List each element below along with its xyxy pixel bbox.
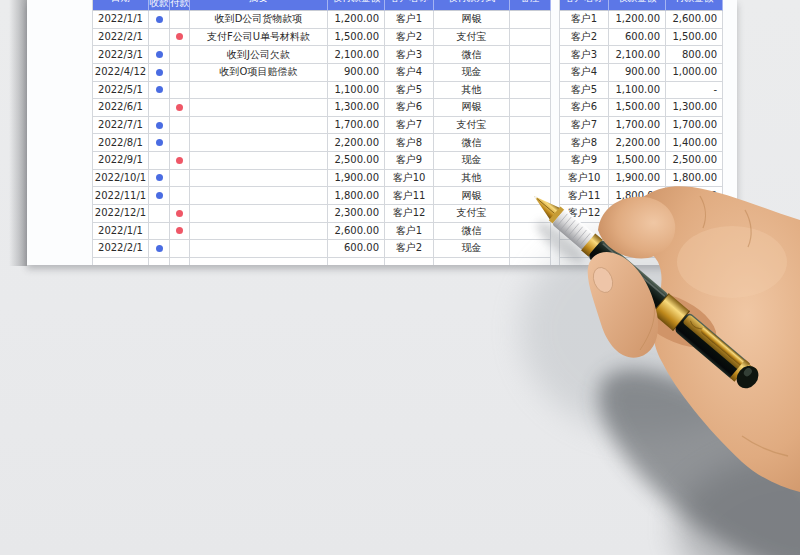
amount-cell[interactable]: 600.00 — [328, 240, 385, 258]
payment-total-cell[interactable]: 2,600.00 — [666, 11, 723, 29]
customer-cell[interactable]: 客户6 — [560, 99, 609, 117]
empty-cell[interactable] — [510, 258, 551, 265]
date-cell[interactable]: 2022/3/1 — [93, 46, 149, 64]
payment-total-cell[interactable] — [666, 205, 723, 223]
date-cell[interactable]: 2022/2/1 — [93, 240, 149, 258]
payment-cell[interactable] — [170, 29, 190, 47]
receipt-total-cell[interactable]: 900.00 — [609, 64, 666, 82]
amount-cell[interactable]: 1,100.00 — [328, 82, 385, 100]
summary-cell[interactable] — [190, 187, 328, 205]
date-cell[interactable]: 2022/8/1 — [93, 134, 149, 152]
empty-cell[interactable] — [609, 240, 666, 258]
summary-cell[interactable] — [190, 223, 328, 241]
customer-cell[interactable]: 客户11 — [385, 187, 434, 205]
amount-cell[interactable]: 1,200.00 — [328, 11, 385, 29]
receipt-total-cell[interactable]: 600.00 — [609, 29, 666, 47]
receipt-total-cell[interactable]: 1,200.00 — [609, 11, 666, 29]
payment-total-cell[interactable]: 2,000.00 — [666, 187, 723, 205]
header-payment-total[interactable]: 付款金额 — [666, 0, 723, 11]
date-cell[interactable]: 2022/9/1 — [93, 152, 149, 170]
receipt-total-cell[interactable]: 1,700.00 — [609, 117, 666, 135]
summary-cell[interactable]: 支付F公司U单号材料款 — [190, 29, 328, 47]
date-cell[interactable]: 2022/11/1 — [93, 187, 149, 205]
receipt-total-cell[interactable]: 1,500.00 — [609, 99, 666, 117]
header-receipt-total[interactable]: 收款金额 — [609, 0, 666, 11]
header-receipt[interactable]: 收款 — [149, 0, 170, 11]
customer-cell[interactable]: 客户1 — [385, 223, 434, 241]
receipt-cell[interactable] — [149, 11, 170, 29]
date-cell[interactable]: 2022/10/1 — [93, 170, 149, 188]
payment-cell[interactable] — [170, 82, 190, 100]
customer-cell[interactable]: 客户3 — [560, 46, 609, 64]
payment-total-cell[interactable]: 800.00 — [666, 46, 723, 64]
method-cell[interactable]: 微信 — [434, 46, 510, 64]
customer-cell[interactable]: 客户3 — [385, 46, 434, 64]
header-note[interactable]: 备注 — [510, 0, 551, 11]
receipt-cell[interactable] — [149, 205, 170, 223]
customer-cell[interactable]: 客户5 — [385, 82, 434, 100]
note-cell[interactable] — [510, 187, 551, 205]
customer-cell[interactable]: 客户10 — [560, 170, 609, 188]
customer-cell[interactable]: 客户4 — [385, 64, 434, 82]
payment-total-cell[interactable]: 1,400.00 — [666, 134, 723, 152]
empty-cell[interactable] — [666, 223, 723, 241]
receipt-total-cell[interactable]: 1,500.00 — [609, 152, 666, 170]
note-cell[interactable] — [510, 117, 551, 135]
header-summary-customer[interactable]: 客户名称 — [560, 0, 609, 11]
amount-cell[interactable]: 1,500.00 — [328, 29, 385, 47]
date-cell[interactable]: 2022/6/1 — [93, 99, 149, 117]
header-amount[interactable]: 收付款金额 — [328, 0, 385, 11]
payment-cell[interactable] — [170, 187, 190, 205]
customer-cell[interactable]: 客户1 — [385, 11, 434, 29]
receipt-total-cell[interactable]: 2,200.00 — [609, 134, 666, 152]
payment-cell[interactable] — [170, 64, 190, 82]
payment-cell[interactable] — [170, 99, 190, 117]
header-method[interactable]: 收付款方式 — [434, 0, 510, 11]
summary-cell[interactable] — [190, 99, 328, 117]
receipt-cell[interactable] — [149, 99, 170, 117]
method-cell[interactable]: 网银 — [434, 11, 510, 29]
note-cell[interactable] — [510, 29, 551, 47]
receipt-cell[interactable] — [149, 134, 170, 152]
payment-total-cell[interactable]: 1,300.00 — [666, 99, 723, 117]
payment-cell[interactable] — [170, 240, 190, 258]
payment-cell[interactable] — [170, 134, 190, 152]
note-cell[interactable] — [510, 82, 551, 100]
payment-total-cell[interactable]: 1,700.00 — [666, 117, 723, 135]
customer-cell[interactable]: 客户7 — [385, 117, 434, 135]
date-cell[interactable]: 2022/1/1 — [93, 11, 149, 29]
receipt-cell[interactable] — [149, 29, 170, 47]
empty-cell[interactable] — [190, 258, 328, 265]
method-cell[interactable]: 网银 — [434, 187, 510, 205]
payment-cell[interactable] — [170, 152, 190, 170]
customer-cell[interactable]: 客户8 — [560, 134, 609, 152]
note-cell[interactable] — [510, 205, 551, 223]
method-cell[interactable]: 支付宝 — [434, 117, 510, 135]
customer-cell[interactable]: 客户1 — [560, 11, 609, 29]
payment-total-cell[interactable]: 1,000.00 — [666, 64, 723, 82]
customer-cell[interactable]: 客户7 — [560, 117, 609, 135]
summary-cell[interactable] — [190, 134, 328, 152]
amount-cell[interactable]: 2,200.00 — [328, 134, 385, 152]
summary-cell[interactable] — [190, 240, 328, 258]
summary-cell[interactable] — [190, 170, 328, 188]
note-cell[interactable] — [510, 152, 551, 170]
payment-cell[interactable] — [170, 46, 190, 64]
method-cell[interactable]: 现金 — [434, 152, 510, 170]
header-payment[interactable]: 付款 — [170, 0, 190, 11]
summary-cell[interactable] — [190, 152, 328, 170]
customer-cell[interactable]: 客户2 — [560, 29, 609, 47]
payment-cell[interactable] — [170, 11, 190, 29]
receipt-cell[interactable] — [149, 46, 170, 64]
method-cell[interactable]: 现金 — [434, 240, 510, 258]
empty-cell[interactable] — [93, 258, 149, 265]
summary-cell[interactable] — [190, 205, 328, 223]
empty-cell[interactable] — [170, 258, 190, 265]
note-cell[interactable] — [510, 11, 551, 29]
amount-cell[interactable]: 1,700.00 — [328, 117, 385, 135]
method-cell[interactable]: 微信 — [434, 223, 510, 241]
receipt-cell[interactable] — [149, 152, 170, 170]
receipt-total-cell[interactable]: 2,300.00 — [609, 205, 666, 223]
note-cell[interactable] — [510, 46, 551, 64]
payment-total-cell[interactable]: 1,800.00 — [666, 170, 723, 188]
